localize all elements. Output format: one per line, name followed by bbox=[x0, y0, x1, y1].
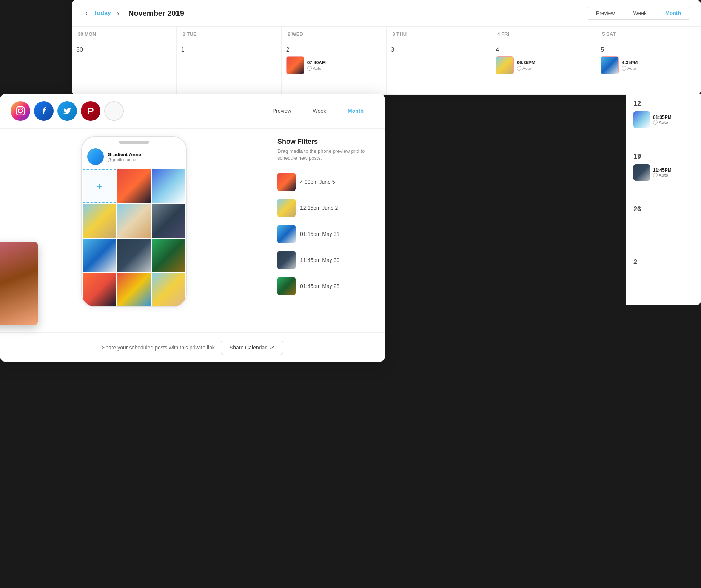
grid-cell[interactable] bbox=[117, 169, 151, 203]
cal-event: 06:35PM Auto bbox=[496, 56, 591, 74]
week-time: 01:35PM bbox=[653, 115, 672, 120]
front-body: Gradient Anne @gradientanne + bbox=[0, 129, 385, 332]
filter-thumb bbox=[277, 277, 296, 295]
col-header-1: 1 TUE bbox=[177, 27, 282, 42]
filter-item-3: 11:45pm May 30 bbox=[277, 247, 376, 273]
back-view-toggle: Preview Week Month bbox=[587, 7, 690, 20]
instagram-icon[interactable] bbox=[11, 101, 30, 121]
filter-thumb bbox=[277, 251, 296, 269]
filter-time: 01:15pm May 31 bbox=[300, 231, 339, 237]
cal-cell-5[interactable]: 5 4:35PM Auto bbox=[596, 42, 701, 95]
add-social-button[interactable]: + bbox=[104, 101, 124, 121]
back-month-btn[interactable]: Month bbox=[656, 7, 690, 19]
prev-month-button[interactable]: ‹ bbox=[82, 8, 91, 19]
filter-item-2: 01:15pm May 31 bbox=[277, 221, 376, 247]
week-auto: Auto bbox=[653, 120, 672, 125]
next-month-button[interactable]: › bbox=[114, 8, 122, 19]
svg-point-2 bbox=[22, 108, 23, 109]
week-thumb bbox=[633, 164, 650, 181]
phone-user-info: Gradient Anne @gradientanne bbox=[108, 152, 141, 162]
week-num: 19 bbox=[633, 152, 693, 160]
event-time: 4:35PM bbox=[622, 60, 638, 65]
grid-cell[interactable] bbox=[152, 204, 185, 237]
week-event: 11:45PM Auto bbox=[633, 164, 693, 181]
phone-frame: Gradient Anne @gradientanne + bbox=[81, 136, 187, 307]
phone-handle: @gradientanne bbox=[108, 157, 141, 162]
today-button[interactable]: Today bbox=[94, 10, 111, 17]
back-preview-btn[interactable]: Preview bbox=[587, 7, 624, 19]
front-month-btn[interactable]: Month bbox=[337, 104, 374, 118]
grid-cell[interactable] bbox=[83, 239, 116, 272]
front-card: f P + Preview Week Month Gradient Anne @ bbox=[0, 94, 385, 362]
share-text: Share your scheduled posts with this pri… bbox=[102, 345, 215, 351]
front-view-toggle: Preview Week Month bbox=[262, 104, 374, 118]
back-calendar: ‹ Today › November 2019 Preview Week Mon… bbox=[72, 0, 701, 95]
back-cal-header: ‹ Today › November 2019 Preview Week Mon… bbox=[72, 0, 701, 27]
share-calendar-button[interactable]: Share Calendar ⤢ bbox=[221, 340, 283, 355]
social-icons-bar: f P + bbox=[11, 101, 124, 121]
event-info: 07:40AM Auto bbox=[307, 60, 326, 71]
grid-cell[interactable] bbox=[117, 273, 151, 306]
share-calendar-label: Share Calendar bbox=[230, 345, 267, 351]
twitter-icon[interactable] bbox=[57, 101, 77, 121]
grid-cell[interactable] bbox=[117, 204, 151, 237]
grid-cell[interactable] bbox=[152, 273, 185, 306]
svg-point-1 bbox=[18, 109, 23, 113]
event-thumb bbox=[601, 56, 619, 74]
auto-icon bbox=[307, 66, 312, 71]
week-event-info: 11:45PM Auto bbox=[653, 168, 672, 177]
grid-cell[interactable] bbox=[152, 169, 185, 203]
front-header: f P + Preview Week Month bbox=[0, 94, 385, 129]
grid-cell[interactable] bbox=[152, 239, 185, 272]
front-week-btn[interactable]: Week bbox=[302, 104, 337, 118]
week-entry-2: 2 bbox=[626, 252, 701, 305]
week-num: 12 bbox=[633, 100, 693, 108]
week-thumb bbox=[633, 111, 650, 128]
grid-cell[interactable] bbox=[83, 204, 116, 237]
filter-item-1: 12:15pm June 2 bbox=[277, 195, 376, 221]
add-slot[interactable]: + bbox=[83, 169, 116, 203]
phone-username: Gradient Anne bbox=[108, 152, 141, 157]
filters-subtitle: Drag media to the phone preview grid to … bbox=[277, 148, 376, 162]
cal-event: 4:35PM Auto bbox=[601, 56, 696, 74]
col-header-2: 2 WED bbox=[282, 27, 387, 42]
date-num: 5 bbox=[601, 46, 696, 53]
cal-cell-3[interactable]: 3 bbox=[387, 42, 491, 95]
week-event: 01:35PM Auto bbox=[633, 111, 693, 128]
back-week-btn[interactable]: Week bbox=[624, 7, 656, 19]
facebook-icon[interactable]: f bbox=[34, 101, 54, 121]
col-header-0: 30 MON bbox=[72, 27, 177, 42]
cal-cell-4[interactable]: 4 06:35PM Auto bbox=[491, 42, 596, 95]
cal-event: 07:40AM Auto bbox=[286, 56, 382, 74]
filter-thumb bbox=[277, 199, 296, 217]
front-footer: Share your scheduled posts with this pri… bbox=[0, 332, 385, 362]
event-thumb bbox=[496, 56, 514, 74]
filters-panel: Show Filters Drag media to the phone pre… bbox=[268, 129, 385, 332]
pinterest-icon[interactable]: P bbox=[81, 101, 100, 121]
cal-cell-2[interactable]: 2 07:40AM Auto bbox=[282, 42, 387, 95]
event-info: 06:35PM Auto bbox=[517, 60, 535, 71]
event-auto: Auto bbox=[622, 66, 638, 71]
event-time: 07:40AM bbox=[307, 60, 326, 65]
auto-icon bbox=[622, 66, 626, 71]
week-num: 26 bbox=[633, 205, 693, 213]
date-num: 30 bbox=[76, 46, 172, 53]
date-num: 1 bbox=[181, 46, 277, 53]
phone-notch bbox=[119, 141, 149, 144]
week-numbers-strip: 12 01:35PM Auto 19 11:45PM Auto 26 bbox=[626, 94, 701, 305]
auto-icon bbox=[653, 120, 658, 125]
phone-avatar bbox=[87, 148, 104, 165]
phone-grid: + bbox=[82, 169, 186, 306]
cal-cell-1[interactable]: 1 bbox=[177, 42, 282, 95]
event-info: 4:35PM Auto bbox=[622, 60, 638, 71]
grid-cell[interactable] bbox=[117, 239, 151, 272]
event-auto: Auto bbox=[517, 66, 535, 71]
filter-thumb bbox=[277, 225, 296, 243]
week-entry-12: 12 01:35PM Auto bbox=[626, 94, 701, 146]
calendar-title: November 2019 bbox=[128, 9, 581, 18]
grid-cell[interactable] bbox=[83, 273, 116, 306]
event-time: 06:35PM bbox=[517, 60, 535, 65]
week-time: 11:45PM bbox=[653, 168, 672, 173]
cal-cell-30[interactable]: 30 bbox=[72, 42, 177, 95]
front-preview-btn[interactable]: Preview bbox=[262, 104, 302, 118]
